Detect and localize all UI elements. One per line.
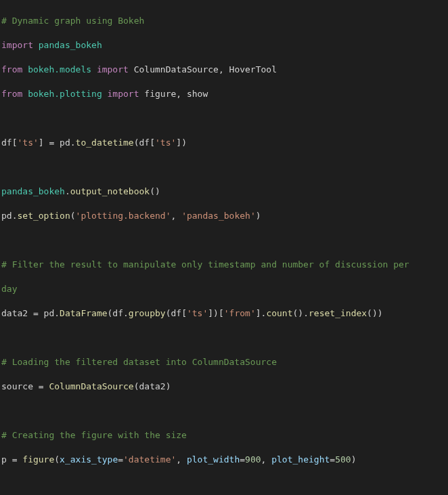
blank-line xyxy=(0,234,448,246)
code-line: from bokeh.plotting import figure, show xyxy=(0,88,448,100)
code-line: import pandas_bokeh xyxy=(0,39,448,51)
comment: # Filter the result to manipulate only t… xyxy=(1,259,409,270)
code-editor[interactable]: # Dynamic graph using Bokeh import panda… xyxy=(0,0,448,495)
comment: # Creating the figure with the size xyxy=(1,430,187,440)
blank-line xyxy=(0,112,448,125)
comment: # Dynamic graph using Bokeh xyxy=(1,16,144,26)
code-line: pd.set_option('plotting.backend', 'panda… xyxy=(0,210,448,222)
code-line: source = ColumnDataSource(data2) xyxy=(0,381,448,393)
code-line: day xyxy=(0,283,448,295)
code-line: p = figure(x_axis_type='datetime', plot_… xyxy=(0,454,448,466)
code-line: data2 = pd.DataFrame(df.groupby(df['ts']… xyxy=(0,307,448,320)
code-line: pandas_bokeh.output_notebook() xyxy=(0,186,448,198)
code-line: df['ts'] = pd.to_datetime(df['ts']) xyxy=(0,137,448,149)
code-line: # Creating the figure with the size xyxy=(0,429,448,442)
code-line: # Loading the filtered dataset into Colu… xyxy=(0,356,448,368)
comment: day xyxy=(1,284,17,294)
code-line: # Filter the result to manipulate only t… xyxy=(0,259,448,271)
blank-line xyxy=(0,161,448,173)
blank-line xyxy=(0,405,448,417)
code-line: from bokeh.models import ColumnDataSourc… xyxy=(0,64,448,76)
blank-line xyxy=(0,332,448,344)
code-line: # Dynamic graph using Bokeh xyxy=(0,15,448,27)
comment: # Loading the filtered dataset into Colu… xyxy=(1,357,277,367)
blank-line xyxy=(0,478,448,490)
